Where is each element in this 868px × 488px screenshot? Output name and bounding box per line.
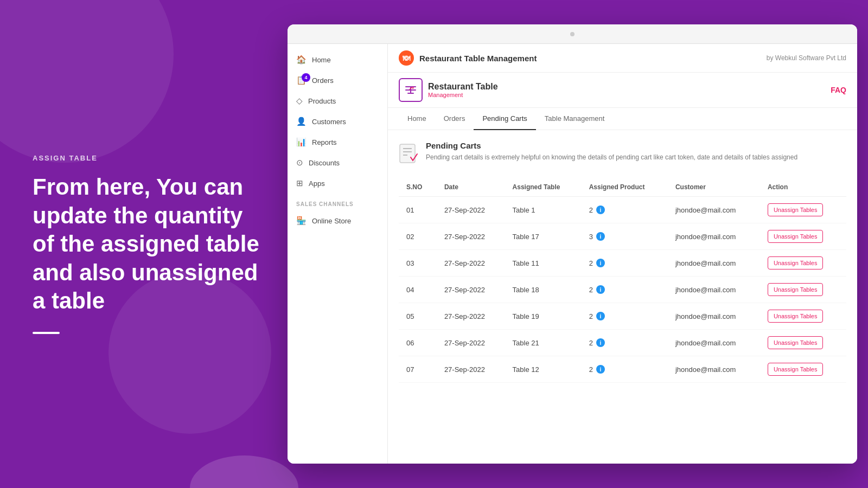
browser-window: 🏠 Home 📋 Orders 4 ◇ Products 👤 Customers…: [288, 24, 857, 464]
browser-dot: [570, 32, 575, 36]
sidebar: 🏠 Home 📋 Orders 4 ◇ Products 👤 Customers…: [288, 44, 388, 464]
plugin-header-left: Restaurant Table Management: [399, 78, 498, 102]
info-icon: i: [596, 338, 605, 347]
plugin-sub: Management: [428, 92, 498, 98]
info-icon: i: [596, 206, 605, 214]
sidebar-item-home[interactable]: 🏠 Home: [288, 49, 387, 70]
tab-pending-carts[interactable]: Pending Carts: [474, 108, 535, 130]
unassign-button[interactable]: Unassign Tables: [768, 283, 824, 296]
cell-customer: jhondoe@mail.com: [668, 223, 760, 250]
app-title: Restaurant Table Management: [419, 54, 537, 63]
unassign-button[interactable]: Unassign Tables: [768, 363, 824, 376]
cell-sno: 03: [399, 250, 437, 277]
table-row: 07 27-Sep-2022 Table 12 2 i jhondoe@mail…: [399, 356, 846, 383]
sidebar-item-label: Customers: [312, 118, 346, 126]
table-row: 02 27-Sep-2022 Table 17 3 i jhondoe@mail…: [399, 223, 846, 250]
plugin-name: Restaurant Table: [428, 82, 498, 92]
app-header: 🍽 Restaurant Table Management by Webkul …: [388, 44, 857, 73]
info-icon: i: [596, 259, 605, 267]
unassign-button[interactable]: Unassign Tables: [768, 230, 824, 243]
online-store-icon: 🏪: [296, 216, 307, 226]
content-area: Pending Carts Pending cart details is ex…: [388, 130, 857, 394]
col-sno: S.NO: [399, 178, 437, 197]
cell-customer: jhondoe@mail.com: [668, 197, 760, 223]
tab-home[interactable]: Home: [399, 108, 435, 130]
main-heading: From here, You can update the quantity o…: [33, 173, 260, 316]
tab-table-management[interactable]: Table Management: [536, 108, 614, 130]
col-assigned-table: Assigned Table: [505, 178, 582, 197]
sidebar-item-label: Discounts: [309, 159, 340, 167]
app-header-left: 🍽 Restaurant Table Management: [399, 50, 537, 66]
cell-product: 2 i: [582, 250, 668, 277]
info-icon: i: [596, 312, 605, 320]
unassign-button[interactable]: Unassign Tables: [768, 336, 824, 349]
cell-product: 2 i: [582, 330, 668, 356]
sidebar-item-orders[interactable]: 📋 Orders 4: [288, 70, 387, 91]
table-row: 03 27-Sep-2022 Table 11 2 i jhondoe@mail…: [399, 250, 846, 277]
info-icon: i: [596, 285, 605, 294]
sidebar-item-label: Apps: [309, 179, 325, 188]
section-desc: Pending cart details is extremely helpfu…: [426, 152, 797, 162]
cell-table: Table 19: [505, 303, 582, 330]
section-title: Pending Carts: [426, 141, 797, 150]
cell-product: 3 i: [582, 223, 668, 250]
by-label: by Webkul Software Pvt Ltd: [767, 54, 846, 62]
divider: [33, 332, 60, 334]
sidebar-item-label: Home: [312, 56, 331, 64]
app-logo: 🍽: [399, 50, 414, 66]
sales-channels-label: SALES CHANNELS: [288, 194, 387, 210]
info-icon: i: [596, 232, 605, 241]
cell-customer: jhondoe@mail.com: [668, 277, 760, 303]
svg-point-0: [412, 87, 414, 89]
sidebar-item-apps[interactable]: ⊞ Apps: [288, 173, 387, 194]
sidebar-item-discounts[interactable]: ⊙ Discounts: [288, 152, 387, 173]
sidebar-item-online-store[interactable]: 🏪 Online Store: [288, 210, 387, 231]
cell-date: 27-Sep-2022: [437, 197, 505, 223]
cell-sno: 04: [399, 277, 437, 303]
cell-sno: 02: [399, 223, 437, 250]
table-row: 04 27-Sep-2022 Table 18 2 i jhondoe@mail…: [399, 277, 846, 303]
apps-icon: ⊞: [296, 178, 303, 188]
sidebar-item-customers[interactable]: 👤 Customers: [288, 111, 387, 132]
assign-table-label: ASSIGN TABLE: [33, 154, 260, 162]
reports-icon: 📊: [296, 137, 307, 147]
data-table: S.NO Date Assigned Table Assigned Produc…: [399, 178, 846, 383]
cell-product: 2 i: [582, 277, 668, 303]
sidebar-item-products[interactable]: ◇ Products: [288, 91, 387, 111]
cell-date: 27-Sep-2022: [437, 356, 505, 383]
cell-date: 27-Sep-2022: [437, 303, 505, 330]
col-date: Date: [437, 178, 505, 197]
table-row: 01 27-Sep-2022 Table 1 2 i jhondoe@mail.…: [399, 197, 846, 223]
unassign-button[interactable]: Unassign Tables: [768, 256, 824, 269]
cell-action: Unassign Tables: [760, 250, 846, 277]
restaurant-table-icon: [404, 84, 417, 97]
cell-table: Table 17: [505, 223, 582, 250]
unassign-button[interactable]: Unassign Tables: [768, 203, 824, 216]
cell-sno: 07: [399, 356, 437, 383]
pending-carts-icon: [399, 142, 418, 167]
unassign-button[interactable]: Unassign Tables: [768, 310, 824, 323]
table-header-row: S.NO Date Assigned Table Assigned Produc…: [399, 178, 846, 197]
sidebar-item-reports[interactable]: 📊 Reports: [288, 132, 387, 152]
cell-table: Table 18: [505, 277, 582, 303]
home-icon: 🏠: [296, 55, 307, 65]
section-info: Pending Carts Pending cart details is ex…: [426, 141, 797, 162]
plugin-icon-box: [399, 78, 423, 102]
cell-customer: jhondoe@mail.com: [668, 303, 760, 330]
cell-product: 2 i: [582, 197, 668, 223]
cell-sno: 05: [399, 303, 437, 330]
section-header: Pending Carts Pending cart details is ex…: [399, 141, 846, 167]
cell-action: Unassign Tables: [760, 330, 846, 356]
table-row: 06 27-Sep-2022 Table 21 2 i jhondoe@mail…: [399, 330, 846, 356]
tab-orders[interactable]: Orders: [435, 108, 474, 130]
cell-table: Table 11: [505, 250, 582, 277]
cell-customer: jhondoe@mail.com: [668, 330, 760, 356]
app-layout: 🏠 Home 📋 Orders 4 ◇ Products 👤 Customers…: [288, 44, 857, 464]
browser-chrome: [288, 24, 857, 44]
cell-table: Table 12: [505, 356, 582, 383]
plugin-header: Restaurant Table Management FAQ: [388, 73, 857, 108]
left-panel: ASSIGN TABLE From here, You can update t…: [0, 0, 293, 488]
plugin-info: Restaurant Table Management: [428, 82, 498, 98]
faq-button[interactable]: FAQ: [831, 86, 846, 94]
col-action: Action: [760, 178, 846, 197]
